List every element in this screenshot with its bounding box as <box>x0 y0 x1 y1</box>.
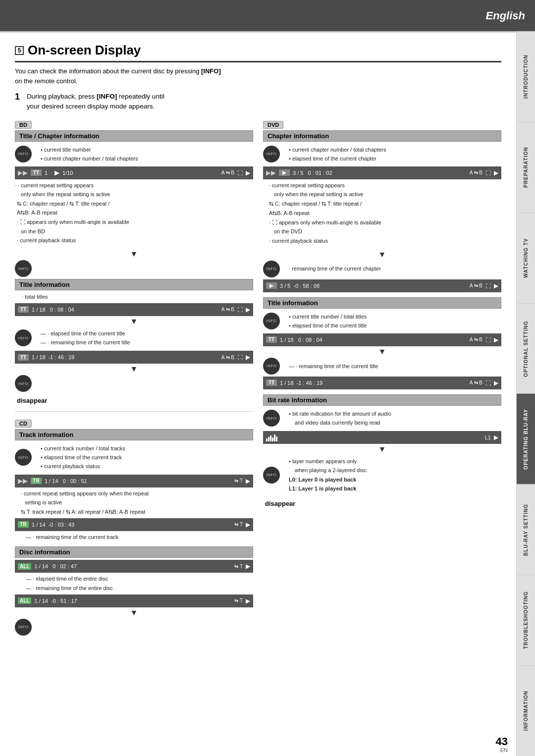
dvd-ann-layer-1: layer number appears only <box>289 457 367 466</box>
bd-ann-elapsed: — · elapsed time of the current title <box>41 329 130 338</box>
dvd-ann-repeat-types: ⇆ C: chapter repeat / ⇆ T: title repeat … <box>268 199 501 209</box>
sidebar-introduction: INTRODUCTION <box>517 31 535 122</box>
dvd-film-4: ⛶ <box>485 380 491 386</box>
dvd-play-2: ▶ <box>494 282 498 289</box>
dvd-ann-ab-repeat: A⇆B: A-B repeat <box>268 209 501 218</box>
dvd-ann-remaining-ch: · remaining time of the current chapter <box>289 264 381 273</box>
bd-info-circle-1: INFO <box>15 146 32 162</box>
dvd-info-label-6: INFO <box>266 473 276 477</box>
right-column: DVD Chapter information INFO current cha… <box>263 120 501 641</box>
bd-info-circle-3: INFO <box>15 329 32 346</box>
bd-film-icon-2: ⛶ <box>237 307 243 313</box>
cd-time-2: 1 / 14 -0 : 03 : 43 <box>32 522 231 528</box>
cd-ann-repeat-active: · current repeat setting appears only wh… <box>20 489 253 498</box>
cd-play-2: ▶ <box>246 521 250 528</box>
sidebar-watching-tv: WATCHING TV <box>517 213 535 303</box>
cd-repeat-ann: · current repeat setting appears only wh… <box>20 489 253 517</box>
sidebar-preparation: PREPARATION <box>517 122 535 213</box>
dvd-ann-ch-num: current chapter number / total chapters <box>289 145 386 154</box>
sidebar-bluray-setting: BLU-RAY SETTING <box>517 484 535 575</box>
bd-play-1: ▶ <box>246 169 250 176</box>
dvd-info-circle-4: INFO <box>263 358 280 375</box>
bd-arrow-down-1: ▼ <box>15 250 253 258</box>
bd-play-2: ▶ <box>246 306 250 313</box>
cd-disc-ann: — · elapsed time of the entire disc — · … <box>20 574 253 593</box>
bd-ann-ab-repeat: A⇆B: A-B repeat <box>15 208 253 217</box>
dvd-ann-layer-2: when playing a 2-layered disc <box>289 466 367 475</box>
bd-repeat-1: A ⇆ B <box>221 170 234 175</box>
dvd-display-row-5: L1 ▶ <box>263 431 501 444</box>
step-number: 1 <box>15 92 20 103</box>
cd-ann-repeat-types: ⇆ T: track repeat / ⇆ A: all repeat / A⇆… <box>20 507 253 517</box>
dvd-info-circle-row-6: INFO layer number appears only when play… <box>263 455 501 495</box>
dvd-film-1: ⛶ <box>485 170 491 176</box>
bd-time-3: 1 / 18 -1 : 46 : 19 <box>32 354 218 360</box>
page-title-text: On-screen Display <box>28 43 141 58</box>
bd-film-icon-3: ⛶ <box>237 354 243 360</box>
bd-info-circle-row-3: INFO — · elapsed time of the current tit… <box>15 327 253 349</box>
cd-disc-section: Disc information ALL 1 / 14 0 : 02 : 47 … <box>15 546 253 635</box>
bd-arrow-down-2: ▼ <box>15 318 253 325</box>
dvd-play-1: ▶ <box>494 169 498 176</box>
bd-film-icon-1: ⛶ <box>237 170 243 176</box>
main-content: 5 On-screen Display You can check the in… <box>0 33 516 655</box>
bd-display-row-2: TT 1 / 18 0 : 08 : 04 A ⇆ B ⛶ ▶ <box>15 303 253 316</box>
cd-arrow-down: ▼ <box>15 609 253 617</box>
cd-display-row-2: TR 1 / 14 -0 : 03 : 43 ⇆ T ▶ <box>15 518 253 531</box>
bd-title-time-ann: — · elapsed time of the current title — … <box>41 329 130 347</box>
top-bar: English <box>0 0 535 31</box>
dvd-film-3: ⛶ <box>485 337 491 343</box>
bd-info-circle-row-2: INFO <box>15 260 253 277</box>
page-title-section: 5 On-screen Display <box>15 43 501 62</box>
dvd-ann-remaining-title: — · remaining time of the current title <box>289 362 378 371</box>
dvd-ann-repeat-active: only when the repeat setting is active <box>268 190 501 199</box>
dvd-info-circle-row-3: INFO current title number / total titles… <box>263 311 501 331</box>
sidebar-information: INFORMATION <box>517 665 535 756</box>
bd-ann-repeat-types: ⇆ C: chapter repeat / ⇆ T: title repeat … <box>15 199 253 209</box>
cd-tag-tr: TR <box>31 478 42 484</box>
dvd-play-3: ▶ <box>494 336 498 343</box>
bd-ann-repeat-active: only when the repeat setting is active <box>15 190 253 199</box>
cd-display-row-1: ▶▶ TR 1 / 14 0 : 00 : 51 ⇆ T ▶ <box>15 475 253 487</box>
bd-ann-multiangle: · ⛶ appears only when multi-angle is ava… <box>15 217 253 227</box>
bd-ann-remaining: — · remaining time of the current title <box>41 338 130 347</box>
dvd-ann-l0: L0: Layer 0 is played back <box>289 475 367 485</box>
cd-tag-tr-2: TR <box>18 521 29 528</box>
cd-ann-repeat-active2: setting is active <box>20 498 253 507</box>
dvd-info-circle-5: INFO <box>263 410 280 427</box>
columns: BD Title / Chapter information INFO curr… <box>15 120 501 641</box>
dvd-display-row-4: TT 1 / 18 -1 : 46 : 19 A ⇆ B ⛶ ▶ <box>263 377 501 389</box>
bd-display-row-3: TT 1 / 18 -1 : 46 : 19 A ⇆ B ⛶ ▶ <box>15 351 253 364</box>
dvd-info-circle-row-4: INFO — · remaining time of the current t… <box>263 358 501 375</box>
dvd-info-label-2: INFO <box>266 267 276 271</box>
title-checkbox-icon: 5 <box>15 46 24 55</box>
bd-info-circle-4: INFO <box>15 375 32 392</box>
page-lang: EN <box>500 747 508 753</box>
bd-title-header: Title information <box>15 279 253 290</box>
dvd-info-circle-1: INFO <box>263 146 280 162</box>
bd-display-row-1: ▶▶ TT 1 ▶ 1/10 A ⇆ B ⛶ ▶ <box>15 166 253 179</box>
dvd-time-1: 3 / 5 0 : 01 : 02 <box>293 170 467 176</box>
dvd-info-circle-row-1: INFO current chapter number / total chap… <box>263 144 501 164</box>
dvd-info-label-3: INFO <box>266 319 276 323</box>
dvd-play-4: ▶ <box>494 379 498 386</box>
bd-arrow-down-3: ▼ <box>15 365 253 373</box>
bd-ann-2: current chapter number / total chapters <box>41 154 138 163</box>
language-label: English <box>486 9 525 22</box>
cd-info-circle-last: INFO <box>15 619 32 636</box>
dvd-tag-play: ▶ <box>279 169 290 176</box>
divider <box>15 411 253 412</box>
bitrate-bars-icon <box>266 433 277 441</box>
cd-info-circle-row-1: INFO current track number / total tracks… <box>15 442 253 472</box>
bd-badge: BD <box>15 121 32 129</box>
dvd-info-circle-2: INFO <box>263 261 280 277</box>
bd-disappear-label: disappear <box>15 397 253 404</box>
bd-info-label-3: INFO <box>18 336 28 340</box>
bd-time-1: 1/10 <box>62 170 218 176</box>
cd-repeat-2: ⇆ T <box>234 522 243 527</box>
dvd-info-circle-row-5: INFO bit rate indication for the amount … <box>263 408 501 429</box>
dvd-info-label-5: INFO <box>266 416 276 421</box>
sidebar-optional-setting: OPTIONAL SETTING <box>517 303 535 394</box>
bd-time-2: 1 / 18 0 : 08 : 04 <box>32 307 218 313</box>
page-number: 43 <box>496 735 508 748</box>
